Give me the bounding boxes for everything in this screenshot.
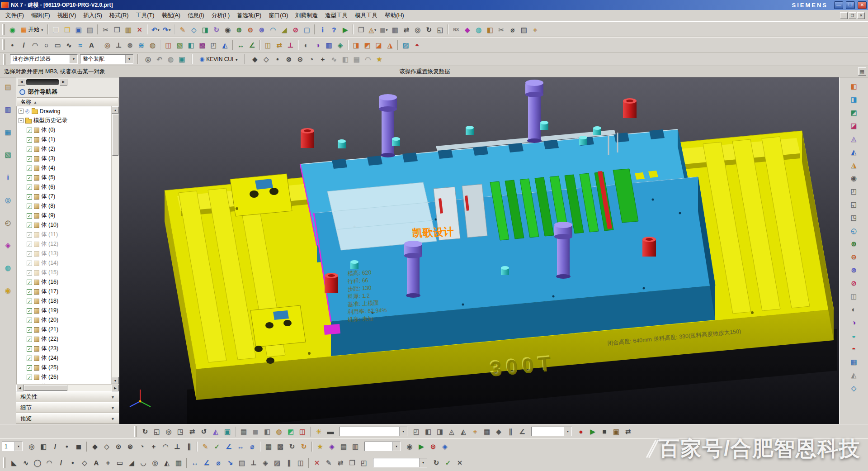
intersect-icon[interactable]: ⊗ [256,24,267,35]
tree-item-body[interactable]: 体 (9) [17,211,111,220]
tree-item-body[interactable]: 体 (22) [17,334,111,344]
export-view-icon[interactable]: ⇄ [622,426,634,438]
extrude-icon[interactable]: ◨ [199,24,211,35]
class-selection-icon[interactable]: ▥ [323,39,335,51]
plus-tool-icon[interactable]: + [102,457,114,469]
text-tool-icon[interactable]: A [90,457,102,469]
maximize-button[interactable] [846,1,855,9]
wireframe-view-icon[interactable]: ▦ [389,24,401,35]
menu-item[interactable]: 首选项(P) [233,10,265,21]
circle-icon[interactable]: ○ [41,39,52,51]
hole-icon[interactable]: ◉ [222,24,233,35]
break-view-icon[interactable]: ◫ [295,457,307,469]
exit-task-icon[interactable]: ✕ [454,457,466,469]
tree-item-body[interactable]: 体 (7) [17,192,111,201]
select-previous-icon[interactable]: ↶ [154,53,165,65]
snap-point-on-curve-icon[interactable]: ∿ [328,53,340,65]
checkbox-icon[interactable] [27,185,32,190]
snapshot-icon[interactable]: ▣ [222,426,233,438]
combo-arrow-icon[interactable] [419,458,427,467]
pattern-curve-tool-icon[interactable]: ▦ [173,457,184,469]
profile-tool-icon[interactable]: ∿ [20,457,32,469]
select-face-icon[interactable]: ◧ [38,441,49,452]
tree-vertical-scrollbar[interactable] [111,106,119,384]
view-right-icon[interactable]: ◨ [434,426,446,438]
save-file-icon[interactable]: ▣ [73,24,84,35]
tree-item-body[interactable]: 体 (12) [17,239,111,249]
general-selection-icon[interactable]: ◎ [142,53,154,65]
view-front-icon[interactable]: ◧ [422,426,434,438]
studio-mode-icon[interactable]: ◍ [273,426,285,438]
mdi-close-button[interactable] [857,12,865,19]
run-forward-icon[interactable]: ▶ [415,441,427,452]
mdi-minimize-button[interactable] [840,12,848,19]
erase-icon[interactable]: ✕ [311,457,323,469]
flag-marker-icon[interactable]: ◈ [439,441,451,452]
dim-radial-icon[interactable]: ⌀ [212,457,224,469]
tree-item-body[interactable]: 体 (11) [17,230,111,239]
create-sketch-icon[interactable]: ✎ [199,441,211,452]
finish-sketch-icon[interactable]: ✓ [442,457,454,469]
mirror-feature-tool-icon[interactable]: ◭ [848,369,860,381]
tree-item-body[interactable]: 体 (6) [17,182,111,192]
checkbox-icon[interactable] [27,299,32,304]
boss-tool-icon[interactable]: ◰ [848,185,860,197]
selection-filter-icon[interactable]: ◎ [26,441,38,452]
dim-angular-icon[interactable]: ∠ [201,457,212,469]
shaded-with-edges-icon[interactable]: ◧ [261,426,273,438]
menu-item[interactable]: 帮助(H) [381,10,407,21]
dynamic-update-icon[interactable]: ↻ [286,441,298,452]
selection-filter-combo[interactable]: 没有选择过滤器 [10,54,78,64]
checkbox-icon[interactable] [27,232,32,238]
dropdown-arrow-icon[interactable] [169,26,171,33]
constraint-navigator-icon[interactable]: ▥ [3,104,14,114]
intersection-curve-icon[interactable]: ⊗ [124,39,136,51]
scroll-right-button[interactable] [112,385,119,391]
tube-icon[interactable]: ◍ [147,39,158,51]
snap-intersection-icon[interactable]: ⊗ [283,53,294,65]
snap-angle-combo[interactable] [364,442,401,451]
fillet-curve-tool-icon[interactable]: ◡ [137,457,149,469]
select-body-icon[interactable]: ◼ [73,441,85,452]
hatch-icon[interactable]: ▨ [271,457,283,469]
menu-item[interactable]: 模具工具 [351,10,381,21]
checkbox-icon[interactable] [27,365,32,371]
wireframe-mode-icon[interactable]: ▦ [238,426,250,438]
refresh-icon[interactable]: ↻ [139,426,151,438]
arc-icon[interactable]: ◠ [29,39,41,51]
ortho-toggle-icon[interactable]: ∥ [505,426,516,438]
tags-icon[interactable]: ◈ [326,441,338,452]
snap-control-point-icon[interactable]: • [272,53,283,65]
rotate-icon[interactable]: ↺ [198,426,210,438]
orient-view-icon[interactable]: ◬ [367,24,378,35]
tree-item-body[interactable]: 体 (23) [17,344,111,353]
menu-item[interactable]: 格式(R) [106,10,132,21]
tree-item-body[interactable]: 体 (20) [17,315,111,325]
sweep-icon[interactable]: ≋ [136,39,147,51]
checkbox-icon[interactable] [27,156,32,162]
datum-tool-icon[interactable]: ◇ [848,382,860,394]
tab-scroll-left-button[interactable] [18,79,25,86]
snap-end-icon[interactable]: ◆ [89,441,101,452]
checkbox-icon[interactable] [27,270,32,276]
history-palette-icon[interactable]: ◴ [3,217,14,228]
checkbox-icon[interactable] [27,251,32,257]
tree-item-drawing[interactable]: ◴ Drawing [17,106,111,116]
clip-section-icon[interactable]: ✂ [495,24,507,35]
checkbox-icon[interactable] [27,242,32,247]
toolbar-drag-handle[interactable] [2,39,5,50]
graphics-viewport[interactable]: 模高: 620 行程: 66 步距: 130 料厚: 1.2 基准: 上模面 利… [119,77,839,424]
tree-item-body[interactable]: 体 (21) [17,325,111,334]
offset-face-tool-icon[interactable]: ◐ [848,303,860,315]
checkbox-icon[interactable] [27,318,32,323]
offset-region-icon[interactable]: ◪ [373,39,384,51]
rectangle-icon[interactable]: ▭ [52,39,63,51]
pan-view-icon[interactable]: ⇄ [401,24,412,35]
delete-icon[interactable]: ✕ [134,24,145,35]
expander-minus-icon[interactable] [19,118,24,123]
parts-list-icon[interactable]: ▥ [349,441,361,452]
perspective-icon[interactable]: ◭ [210,426,222,438]
copy-icon[interactable]: ❐ [111,24,123,35]
constraint-angle-icon[interactable]: ∠ [223,441,235,452]
toolbar-drag-handle[interactable] [2,24,5,35]
